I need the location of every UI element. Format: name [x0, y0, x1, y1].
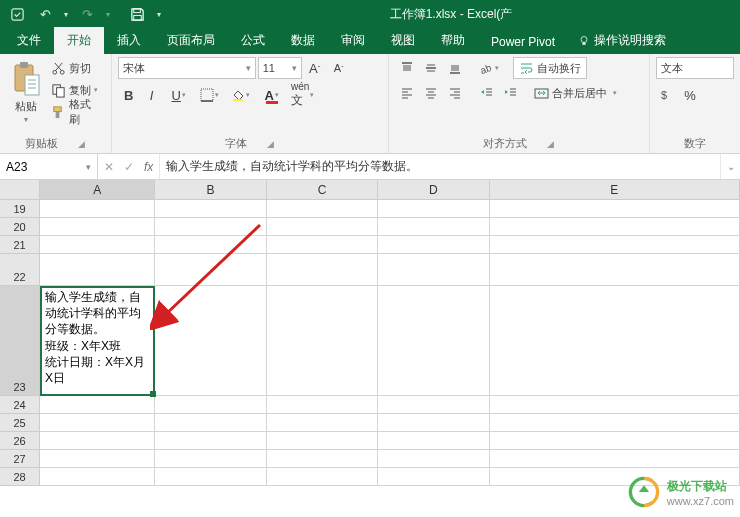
- row-header-25[interactable]: 25: [0, 414, 40, 432]
- cell-D28[interactable]: [378, 468, 489, 486]
- cell-E23[interactable]: [490, 286, 740, 396]
- increase-indent-button[interactable]: [499, 82, 523, 104]
- tab-home[interactable]: 开始: [54, 27, 104, 54]
- dialog-launcher-icon[interactable]: ◢: [78, 139, 85, 149]
- cell-A20[interactable]: [40, 218, 155, 236]
- bold-button[interactable]: B: [118, 84, 140, 106]
- cell-D23[interactable]: [378, 286, 489, 396]
- border-button[interactable]: ▾: [195, 84, 225, 106]
- align-center-button[interactable]: [419, 82, 443, 104]
- cell-B25[interactable]: [155, 414, 266, 432]
- italic-button[interactable]: I: [141, 84, 163, 106]
- cell-A21[interactable]: [40, 236, 155, 254]
- column-header-A[interactable]: A: [40, 180, 155, 200]
- cell-E21[interactable]: [490, 236, 740, 254]
- save-icon[interactable]: [124, 2, 150, 26]
- tab-help[interactable]: 帮助: [428, 27, 478, 54]
- cell-B22[interactable]: [155, 254, 266, 286]
- cell-B20[interactable]: [155, 218, 266, 236]
- formula-input[interactable]: 输入学生成绩，自动统计学科的平均分等数据。: [160, 154, 720, 179]
- cancel-icon[interactable]: ✕: [104, 160, 114, 174]
- cell-B28[interactable]: [155, 468, 266, 486]
- cell-B27[interactable]: [155, 450, 266, 468]
- redo-icon[interactable]: ↷: [74, 2, 100, 26]
- cell-D22[interactable]: [378, 254, 489, 286]
- cell-D21[interactable]: [378, 236, 489, 254]
- qat-dropdown-icon[interactable]: ▾: [60, 2, 72, 26]
- cell-C28[interactable]: [267, 468, 378, 486]
- cell-E26[interactable]: [490, 432, 740, 450]
- cell-B19[interactable]: [155, 200, 266, 218]
- row-header-21[interactable]: 21: [0, 236, 40, 254]
- cell-E19[interactable]: [490, 200, 740, 218]
- tab-powerpivot[interactable]: Power Pivot: [478, 30, 568, 54]
- cell-D27[interactable]: [378, 450, 489, 468]
- tab-formulas[interactable]: 公式: [228, 27, 278, 54]
- cell-A27[interactable]: [40, 450, 155, 468]
- tab-review[interactable]: 审阅: [328, 27, 378, 54]
- cells-area[interactable]: 输入学生成绩，自动统计学科的平均分等数据。 班级：X年X班 统计日期：X年X月X…: [40, 200, 740, 486]
- cell-A28[interactable]: [40, 468, 155, 486]
- phonetic-button[interactable]: wén文▾: [288, 84, 318, 106]
- number-format-combo[interactable]: 文本: [656, 57, 734, 79]
- paste-button[interactable]: 粘贴 ▼: [6, 57, 46, 123]
- fill-color-button[interactable]: ▾: [226, 84, 256, 106]
- cell-C24[interactable]: [267, 396, 378, 414]
- row-header-27[interactable]: 27: [0, 450, 40, 468]
- cell-C20[interactable]: [267, 218, 378, 236]
- align-bottom-button[interactable]: [443, 57, 467, 79]
- cell-E25[interactable]: [490, 414, 740, 432]
- merge-center-button[interactable]: 合并后居中 ▾: [531, 82, 620, 104]
- cell-E27[interactable]: [490, 450, 740, 468]
- cell-D20[interactable]: [378, 218, 489, 236]
- expand-formula-icon[interactable]: ⌄: [720, 154, 740, 179]
- cell-C27[interactable]: [267, 450, 378, 468]
- cell-C19[interactable]: [267, 200, 378, 218]
- row-header-28[interactable]: 28: [0, 468, 40, 486]
- tab-file[interactable]: 文件: [4, 27, 54, 54]
- font-name-combo[interactable]: 宋体▾: [118, 57, 256, 79]
- cell-D26[interactable]: [378, 432, 489, 450]
- cell-D24[interactable]: [378, 396, 489, 414]
- row-header-22[interactable]: 22: [0, 254, 40, 286]
- undo-icon[interactable]: ↶: [32, 2, 58, 26]
- fx-icon[interactable]: fx: [144, 160, 153, 174]
- column-header-C[interactable]: C: [267, 180, 378, 200]
- confirm-icon[interactable]: ✓: [124, 160, 134, 174]
- qat-more-icon[interactable]: ▾: [152, 2, 166, 26]
- row-header-20[interactable]: 20: [0, 218, 40, 236]
- cell-C23[interactable]: [267, 286, 378, 396]
- cell-E20[interactable]: [490, 218, 740, 236]
- accounting-format-button[interactable]: $: [656, 84, 678, 106]
- wrap-text-button[interactable]: 自动换行: [513, 57, 587, 79]
- tab-insert[interactable]: 插入: [104, 27, 154, 54]
- cell-D25[interactable]: [378, 414, 489, 432]
- name-box[interactable]: A23▾: [0, 154, 98, 179]
- percent-button[interactable]: %: [679, 84, 701, 106]
- align-left-button[interactable]: [395, 82, 419, 104]
- fill-handle[interactable]: [150, 391, 156, 397]
- decrease-indent-button[interactable]: [475, 82, 499, 104]
- tab-data[interactable]: 数据: [278, 27, 328, 54]
- cell-C26[interactable]: [267, 432, 378, 450]
- cell-B23[interactable]: [155, 286, 266, 396]
- font-color-button[interactable]: A ▾: [257, 84, 287, 106]
- cell-B24[interactable]: [155, 396, 266, 414]
- cell-A23[interactable]: 输入学生成绩，自动统计学科的平均分等数据。 班级：X年X班 统计日期：X年X月X…: [40, 286, 155, 396]
- row-header-26[interactable]: 26: [0, 432, 40, 450]
- cell-D19[interactable]: [378, 200, 489, 218]
- cell-C22[interactable]: [267, 254, 378, 286]
- format-painter-button[interactable]: 格式刷: [48, 101, 105, 123]
- tell-me-search[interactable]: 操作说明搜索: [568, 27, 676, 54]
- cell-A24[interactable]: [40, 396, 155, 414]
- row-header-19[interactable]: 19: [0, 200, 40, 218]
- align-top-button[interactable]: [395, 57, 419, 79]
- underline-button[interactable]: U▾: [164, 84, 194, 106]
- dialog-launcher-icon[interactable]: ◢: [267, 139, 274, 149]
- cell-E24[interactable]: [490, 396, 740, 414]
- increase-font-button[interactable]: Aˆ: [304, 57, 326, 79]
- cell-A26[interactable]: [40, 432, 155, 450]
- font-size-combo[interactable]: 11▾: [258, 57, 302, 79]
- cell-C21[interactable]: [267, 236, 378, 254]
- decrease-font-button[interactable]: Aˇ: [328, 57, 350, 79]
